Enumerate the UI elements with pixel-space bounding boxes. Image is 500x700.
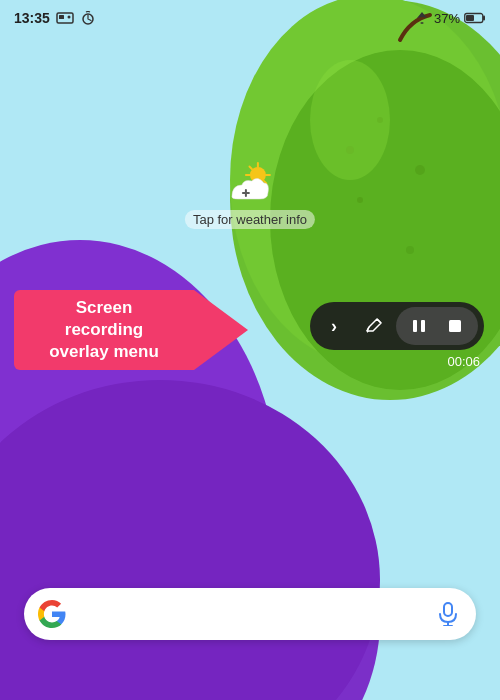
svg-rect-19 [483, 16, 485, 21]
battery-icon [464, 12, 486, 24]
svg-rect-30 [421, 320, 425, 332]
pencil-icon [365, 317, 383, 335]
arrow-body: Screen recording overlay menu [14, 290, 194, 370]
svg-line-25 [250, 167, 253, 170]
recording-timer: 00:06 [447, 354, 484, 369]
google-search-bar[interactable] [24, 588, 476, 640]
status-left: 13:35 [14, 10, 96, 26]
svg-rect-14 [59, 15, 64, 19]
chevron-right-icon: › [331, 316, 337, 337]
weather-icon [224, 160, 276, 206]
screen-recording-label: Screen recording overlay menu [14, 290, 248, 370]
airplane-icon [414, 11, 430, 25]
voice-search-button[interactable] [434, 600, 462, 628]
arrow-text: Screen recording overlay menu [39, 297, 169, 363]
pause-icon [411, 318, 427, 334]
weather-widget[interactable]: Tap for weather info [185, 160, 315, 229]
svg-point-10 [357, 197, 363, 203]
svg-rect-18 [466, 15, 474, 21]
pause-stop-controls [396, 307, 478, 345]
svg-rect-29 [413, 320, 417, 332]
svg-rect-32 [444, 603, 452, 616]
status-right: 37% [414, 11, 486, 26]
google-logo [38, 600, 66, 628]
pause-button[interactable] [404, 311, 434, 341]
status-bar: 13:35 37% [0, 0, 500, 36]
battery-percentage: 37% [434, 11, 460, 26]
recording-overlay: › [310, 302, 484, 369]
svg-point-12 [310, 60, 390, 180]
stop-icon [448, 319, 462, 333]
status-icon-1 [56, 11, 74, 25]
arrow-head [194, 290, 248, 370]
weather-tap-text: Tap for weather info [185, 210, 315, 229]
status-icon-2 [80, 11, 96, 25]
stop-button[interactable] [440, 311, 470, 341]
svg-point-11 [406, 246, 414, 254]
microphone-icon [437, 602, 459, 626]
time-display: 13:35 [14, 10, 50, 26]
arrow-shape: Screen recording overlay menu [14, 290, 248, 370]
phone-screen: 13:35 37% [0, 0, 500, 700]
draw-button[interactable] [356, 308, 392, 344]
expand-button[interactable]: › [316, 308, 352, 344]
svg-point-15 [67, 16, 70, 19]
recording-controls: › [310, 302, 484, 350]
weather-cloud-sun-icon [224, 161, 276, 205]
svg-rect-31 [449, 320, 461, 332]
svg-point-9 [415, 165, 425, 175]
